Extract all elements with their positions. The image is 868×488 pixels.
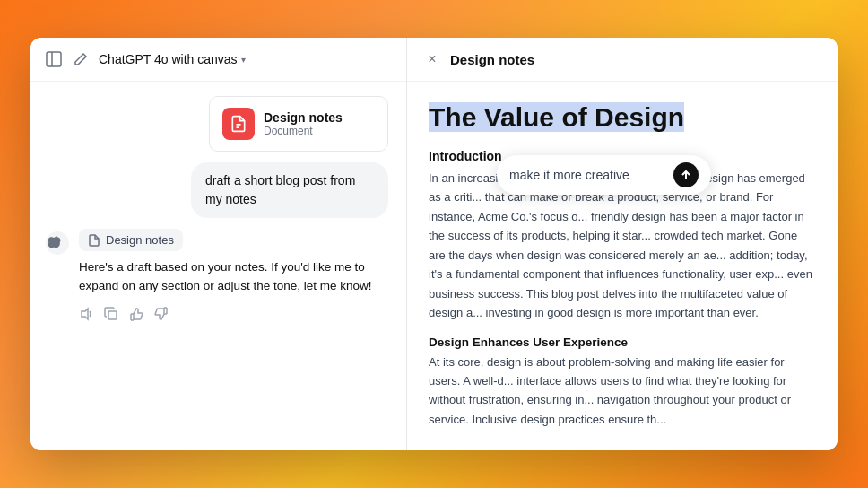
- right-panel: × Design notes The Value of Design: [407, 38, 838, 450]
- pill-document-icon: [88, 234, 100, 247]
- thumbs-down-button[interactable]: [154, 307, 169, 321]
- design-notes-card-subtitle: Document: [264, 125, 343, 137]
- model-selector[interactable]: ChatGPT 4o with canvas ▾: [99, 52, 246, 66]
- chevron-down-icon: ▾: [241, 55, 246, 65]
- user-message: draft a short blog post from my notes: [191, 162, 388, 218]
- assistant-avatar: [45, 231, 70, 256]
- design-ux-section-title: Design Enhances User Experience: [429, 336, 816, 349]
- model-title: ChatGPT 4o with canvas: [99, 52, 238, 66]
- design-notes-card-text: Design notes Document: [264, 110, 343, 137]
- openai-logo: [45, 231, 70, 256]
- design-ux-section: Design Enhances User Experience At its c…: [429, 336, 816, 430]
- prompt-input-field[interactable]: [509, 168, 666, 182]
- prompt-send-button[interactable]: [673, 162, 699, 187]
- design-notes-card-title: Design notes: [264, 110, 343, 125]
- app-window: ChatGPT 4o with canvas ▾ Design notes D: [30, 38, 838, 450]
- volume-button[interactable]: [79, 307, 93, 321]
- right-content: The Value of Design Introduction In an i…: [407, 82, 838, 450]
- design-ux-body-text: At its core, design is about problem-sol…: [429, 353, 816, 430]
- close-panel-button[interactable]: ×: [423, 50, 441, 68]
- assistant-body: Design notes Here's a draft based on you…: [79, 229, 392, 321]
- left-content: Design notes Document draft a short blog…: [30, 82, 406, 450]
- design-notes-reference-pill[interactable]: Design notes: [79, 229, 183, 251]
- action-buttons-row: [79, 307, 392, 321]
- svg-rect-0: [47, 52, 61, 66]
- copy-button[interactable]: [104, 307, 118, 321]
- right-header: × Design notes: [407, 38, 838, 82]
- document-icon: [230, 115, 247, 133]
- send-icon: [680, 169, 692, 181]
- prompt-overlay[interactable]: [497, 155, 711, 195]
- svg-rect-6: [108, 311, 117, 319]
- left-header: ChatGPT 4o with canvas ▾: [30, 38, 406, 82]
- assistant-section: Design notes Here's a draft based on you…: [45, 229, 392, 321]
- panel-title: Design notes: [450, 52, 534, 67]
- close-icon: ×: [428, 51, 436, 67]
- sidebar-toggle-icon[interactable]: [45, 50, 63, 68]
- edit-icon[interactable]: [72, 50, 90, 68]
- thumbs-up-button[interactable]: [129, 307, 143, 321]
- design-notes-upload-card: Design notes Document: [209, 96, 388, 152]
- doc-icon-wrapper: [222, 108, 255, 140]
- doc-title: The Value of Design: [429, 102, 684, 132]
- left-panel: ChatGPT 4o with canvas ▾ Design notes D: [30, 38, 407, 450]
- pill-label: Design notes: [106, 233, 174, 247]
- svg-marker-5: [82, 309, 88, 319]
- doc-title-container: The Value of Design: [429, 100, 816, 135]
- assistant-message-text: Here's a draft based on your notes. If y…: [79, 258, 392, 296]
